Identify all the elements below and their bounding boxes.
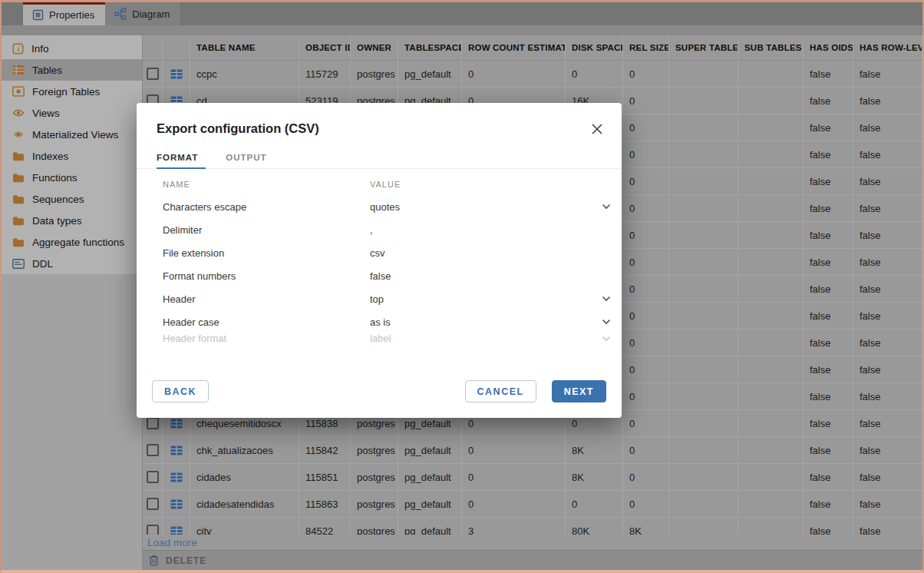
setting-name: File extension (163, 247, 370, 259)
settings-col-value: VALUE (370, 180, 401, 189)
setting-value[interactable]: top (370, 293, 602, 305)
setting-row: Header formatlabel (163, 333, 611, 343)
settings-header-row: NAME VALUE (137, 169, 622, 195)
setting-row: Delimiter, (163, 218, 611, 241)
setting-row: Characters escapequotes (163, 195, 611, 218)
chevron-down-icon[interactable] (602, 319, 611, 325)
setting-name: Delimiter (163, 224, 370, 236)
setting-value[interactable]: as is (370, 316, 602, 328)
setting-row: Format numbersfalse (163, 264, 611, 287)
settings-list: Characters escapequotesDelimiter,File ex… (137, 195, 622, 380)
tab-output[interactable]: OUTPUT (226, 153, 274, 168)
dialog-title: Export configuration (CSV) (157, 121, 319, 136)
cancel-button[interactable]: CANCEL (465, 380, 536, 402)
setting-value[interactable]: label (370, 333, 602, 343)
setting-value[interactable]: false (370, 270, 611, 282)
setting-value[interactable]: csv (370, 247, 611, 259)
setting-value[interactable]: quotes (370, 201, 602, 213)
close-icon[interactable] (591, 123, 603, 135)
setting-name: Header (163, 293, 370, 305)
chevron-down-icon[interactable] (602, 204, 611, 210)
setting-value[interactable]: , (370, 224, 611, 236)
tab-format[interactable]: FORMAT (157, 153, 206, 169)
setting-row: Headertop (163, 287, 611, 310)
setting-name: Header format (163, 333, 370, 343)
next-button[interactable]: NEXT (552, 380, 606, 402)
setting-name: Header case (163, 316, 370, 328)
setting-row: File extensioncsv (163, 241, 611, 264)
chevron-down-icon[interactable] (602, 296, 611, 302)
setting-name: Format numbers (163, 270, 370, 282)
settings-col-name: NAME (163, 180, 370, 189)
chevron-down-icon[interactable] (602, 336, 611, 342)
back-button[interactable]: BACK (152, 380, 209, 402)
setting-row: Header caseas is (163, 310, 611, 333)
app-window: Properties Diagram iInfoTablesForeign Ta… (0, 0, 924, 573)
export-config-dialog: Export configuration (CSV) FORMAT OUTPUT… (137, 103, 622, 418)
dialog-footer: BACK CANCEL NEXT (137, 380, 622, 418)
setting-name: Characters escape (163, 201, 370, 213)
dialog-tabs: FORMAT OUTPUT (137, 136, 622, 169)
